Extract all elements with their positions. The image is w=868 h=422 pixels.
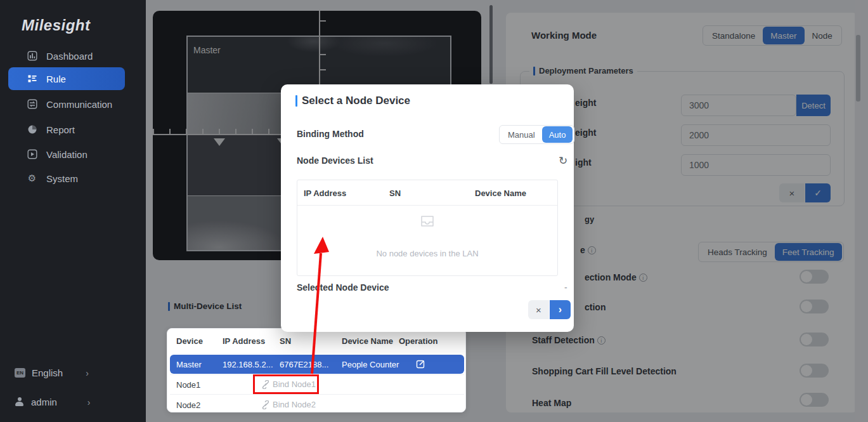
- sidebar: Milesight Dashboard Rule Communication R…: [0, 0, 146, 422]
- communication-icon: [27, 99, 37, 110]
- binding-auto-option[interactable]: Auto: [542, 126, 573, 143]
- sidebar-item-report[interactable]: Report: [8, 118, 125, 141]
- gear-icon: ⚙: [27, 173, 37, 184]
- language-label: English: [32, 367, 63, 378]
- node-devices-table: IP Address SN Device Name No node device…: [297, 180, 558, 276]
- link-icon: [261, 400, 270, 409]
- sidebar-item-rule[interactable]: Rule: [8, 67, 125, 90]
- modal-confirm-button[interactable]: ›: [550, 300, 571, 319]
- column-header: IP Address: [223, 336, 265, 346]
- header-divider: [297, 205, 557, 206]
- language-icon: EN: [15, 368, 25, 378]
- dashboard-icon: [27, 51, 37, 62]
- user-menu[interactable]: admin ›: [15, 397, 91, 407]
- selected-node-device-value: -: [564, 282, 567, 293]
- column-header: IP Address: [304, 188, 346, 198]
- binding-method-label: Binding Method: [297, 129, 364, 139]
- modal-title: Select a Node Device: [295, 95, 410, 107]
- row-divider: [170, 394, 464, 395]
- binding-method-switcher: Manual Auto: [499, 125, 574, 144]
- validation-icon: [27, 149, 37, 160]
- column-header: Device: [176, 336, 203, 346]
- sidebar-item-label: Dashboard: [46, 51, 93, 62]
- column-header: Device Name: [342, 336, 393, 346]
- user-label: admin: [31, 397, 57, 407]
- modal-cancel-button[interactable]: ×: [528, 300, 549, 319]
- rule-icon: [27, 74, 37, 84]
- sidebar-item-label: Validation: [46, 149, 87, 160]
- empty-state-text: No node devices in the LAN: [297, 249, 557, 258]
- sidebar-item-system[interactable]: ⚙ System: [8, 167, 125, 190]
- app-window: Milesight Dashboard Rule Communication R…: [0, 0, 868, 422]
- sidebar-item-validation[interactable]: Validation: [8, 143, 125, 166]
- column-header: SN: [389, 188, 401, 198]
- sidebar-item-communication[interactable]: Communication: [8, 93, 125, 115]
- modal-title-text: Select a Node Device: [302, 95, 410, 107]
- device-cell: Node1: [176, 380, 200, 390]
- language-selector[interactable]: EN English ›: [15, 367, 89, 378]
- chevron-right-icon: ›: [87, 397, 91, 407]
- bind-node2-link[interactable]: Bind Node2: [261, 400, 316, 409]
- sidebar-item-label: System: [46, 173, 78, 184]
- select-node-device-modal: Select a Node Device Binding Method Manu…: [281, 84, 574, 332]
- ip-cell: 192.168.5.2...: [223, 360, 273, 369]
- sidebar-item-label: Rule: [46, 74, 66, 84]
- edit-icon[interactable]: [416, 359, 425, 371]
- user-icon: [15, 397, 24, 407]
- column-header: Operation: [399, 336, 437, 346]
- annotation-highlight-box: [253, 374, 319, 394]
- multi-device-table: Device IP Address SN Device Name Operati…: [167, 328, 466, 412]
- device-name-cell: People Counter: [342, 360, 399, 369]
- report-icon: [27, 124, 37, 135]
- selected-node-device-label: Selected Node Device: [297, 282, 389, 293]
- sn-cell: 6767E2188...: [280, 360, 328, 369]
- title-accent-bar: [295, 95, 297, 107]
- node-devices-list-label: Node Devices List: [297, 155, 373, 166]
- column-header: SN: [280, 336, 291, 346]
- empty-inbox-icon: [420, 215, 435, 230]
- chevron-right-icon: ›: [86, 368, 89, 378]
- bind-node2-label: Bind Node2: [273, 400, 316, 409]
- column-header: Device Name: [475, 188, 526, 198]
- milesight-logo: Milesight: [22, 16, 91, 34]
- sidebar-item-label: Report: [46, 124, 75, 135]
- device-cell: Master: [176, 360, 202, 369]
- device-cell: Node2: [176, 400, 200, 410]
- table-row-master-selected[interactable]: Master 192.168.5.2... 6767E2188... Peopl…: [170, 355, 464, 374]
- sidebar-item-dashboard[interactable]: Dashboard: [8, 44, 125, 67]
- sidebar-item-label: Communication: [46, 99, 112, 110]
- refresh-icon[interactable]: ↻: [559, 154, 567, 168]
- binding-manual-option[interactable]: Manual: [501, 126, 542, 143]
